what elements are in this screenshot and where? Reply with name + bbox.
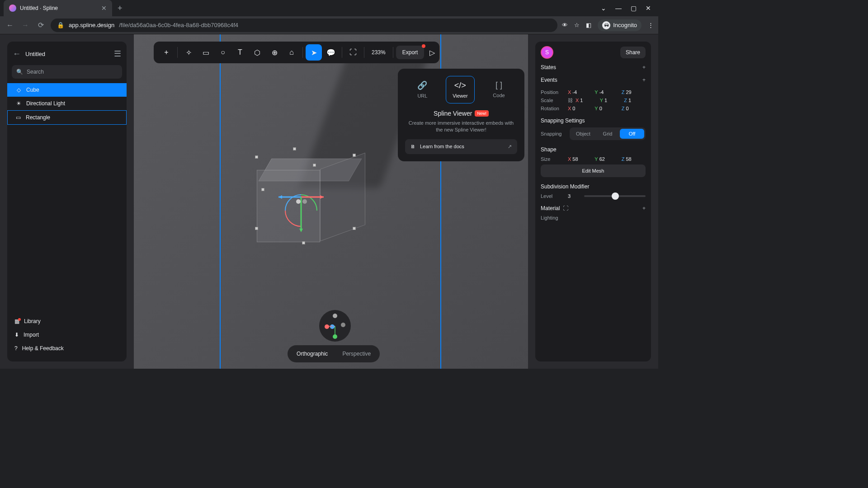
close-window-icon[interactable]: ✕ [646,5,651,12]
share-button[interactable]: Share [620,47,646,58]
maximize-icon[interactable]: ▢ [631,5,637,12]
tab-label: Code [493,93,505,98]
notification-dot [422,44,425,48]
eye-off-icon[interactable]: 👁 [562,22,568,28]
rectangle-icon: ▭ [15,114,21,121]
brackets-icon: [ ] [495,80,502,90]
subdivision-label: Subdivision Modifier [541,183,589,190]
cube-front-face[interactable] [257,170,320,242]
search-input[interactable]: 🔍 Search [12,65,122,79]
select-tool[interactable]: ➤ [306,44,322,61]
right-panel: S Share States+ Events+ Position X -4 Y … [535,42,651,361]
position-z-input[interactable]: Z 29 [622,89,646,95]
selection-handle[interactable] [313,164,316,167]
selection-handle[interactable] [302,241,305,244]
add-button[interactable]: + [158,44,175,61]
snapping-off[interactable]: Off [620,129,644,139]
level-value[interactable]: 3 [568,193,581,199]
layer-item-light[interactable]: ☀ Directional Light [7,97,127,110]
hamburger-menu-icon[interactable]: ☰ [114,49,121,59]
popover-title: Spline Viewer New! [405,110,517,117]
kebab-menu-icon[interactable]: ⋮ [648,22,654,28]
favicon [9,5,16,12]
pen-tool[interactable]: ✧ [180,44,197,61]
add-event-icon[interactable]: + [642,77,646,83]
chevron-down-icon[interactable]: ⌄ [601,5,606,12]
reload-icon[interactable]: ⟳ [35,21,46,29]
minimize-icon[interactable]: — [615,5,622,12]
slider-thumb[interactable] [612,192,619,200]
perspective-option[interactable]: Perspective [335,347,378,361]
light-icon: ☀ [15,100,22,107]
selection-handle[interactable] [353,227,356,230]
sphere-tool[interactable]: ⊕ [266,44,283,61]
rectangle-tool[interactable]: ▭ [198,44,214,61]
snapping-object[interactable]: Object [571,129,595,139]
back-icon[interactable]: ← [5,21,15,29]
export-tab-url[interactable]: 🔗 URL [411,76,434,103]
learn-docs-link[interactable]: 🗎 Learn from the docs ↗ [405,139,517,154]
circle-tool[interactable]: ○ [215,44,231,61]
scale-x-input[interactable]: X 1 [576,98,597,103]
selection-handle[interactable] [255,155,258,159]
help-button[interactable]: ? Help & Feedback [7,342,127,355]
axis-orientation-widget[interactable] [319,310,351,342]
address-bar: ← → ⟳ 🔒 app.spline.design/file/da56a0aa-… [0,16,658,34]
selection-handle[interactable] [293,147,296,150]
layer-item-cube[interactable]: ◇ Cube [7,83,127,97]
close-tab-icon[interactable]: ✕ [101,5,107,12]
expand-icon[interactable]: ⛶ [563,205,568,211]
level-slider[interactable] [584,195,646,197]
tab-label: URL [417,93,427,99]
orthographic-option[interactable]: Orthographic [289,347,335,361]
scale-y-input[interactable]: Y 1 [600,98,622,103]
rotation-x-input[interactable]: X 0 [568,106,592,111]
extension-icon[interactable]: ◧ [586,22,591,28]
comment-tool[interactable]: 💬 [323,44,339,61]
selection-handle[interactable] [261,188,264,191]
material-label: Material [541,205,560,211]
star-icon[interactable]: ☆ [574,22,580,28]
play-button[interactable]: ▷ [429,48,435,57]
add-material-icon[interactable]: + [642,205,646,211]
lock-scale-icon[interactable]: ⛓ [568,98,573,103]
position-x-input[interactable]: X -4 [568,89,592,95]
incognito-badge[interactable]: 🕶 Incognito [598,19,642,31]
library-label: Library [24,318,41,324]
scale-z-input[interactable]: Z 1 [624,98,646,103]
text-tool[interactable]: T [232,44,248,61]
export-tab-viewer[interactable]: </> Viewer [446,76,474,103]
back-arrow-icon[interactable]: ← [13,49,21,59]
projection-toggle: Orthographic Perspective [288,345,380,362]
export-button[interactable]: Export [396,46,425,59]
layer-label: Cube [26,87,39,93]
import-button[interactable]: ⬇ Import [7,328,127,342]
size-y-input[interactable]: Y 62 [594,156,618,162]
size-x-input[interactable]: X 58 [568,156,592,162]
separator [342,47,342,58]
export-tab-code[interactable]: [ ] Code [486,76,511,103]
library-button[interactable]: ▦ Library [7,314,127,328]
document-title[interactable]: Untitled [25,51,45,57]
position-y-input[interactable]: Y -4 [594,89,618,95]
selection-handle[interactable] [353,154,356,157]
forward-icon[interactable]: → [20,21,31,29]
rotation-z-input[interactable]: Z 0 [622,106,646,111]
snapping-grid[interactable]: Grid [595,129,620,139]
url-input[interactable]: 🔒 app.spline.design/file/da56a0aa-6c0b-4… [51,19,557,32]
new-tab-button[interactable]: + [118,4,123,13]
link-text: Learn from the docs [420,144,464,149]
selection-handle[interactable] [255,227,258,230]
zoom-level[interactable]: 233% [367,49,390,56]
add-state-icon[interactable]: + [642,64,646,70]
layer-list: ◇ Cube ☀ Directional Light ▭ Rectangle [7,81,127,312]
edit-mesh-button[interactable]: Edit Mesh [541,164,646,177]
user-avatar[interactable]: S [541,46,553,59]
tag-tool[interactable]: ⌂ [283,44,300,61]
size-z-input[interactable]: Z 58 [622,156,646,162]
layer-item-rectangle[interactable]: ▭ Rectangle [7,110,127,125]
frame-tool[interactable]: ⛶ [345,44,361,61]
browser-tab[interactable]: Untitled · Spline ✕ [4,0,112,16]
cube-tool[interactable]: ⬡ [249,44,265,61]
rotation-y-input[interactable]: Y 0 [594,106,618,111]
